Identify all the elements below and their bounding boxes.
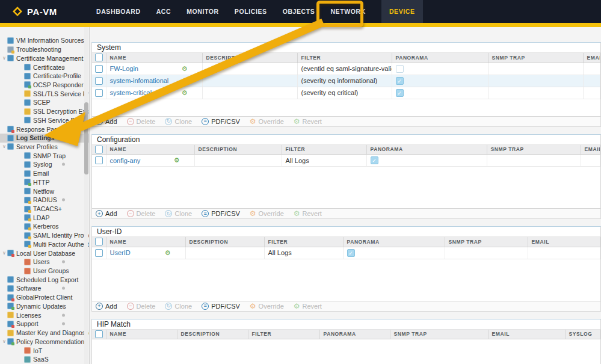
row-checkbox[interactable] (95, 65, 103, 73)
pdf-csv-button[interactable]: ≡PDF/CSV (202, 303, 240, 310)
chevron-down-icon[interactable]: ∨ (1, 55, 7, 61)
sidebar-item-ssl-tls-service-profile[interactable]: SSL/TLS Service Profile (0, 89, 89, 98)
column-header-panorama[interactable]: PANORAMA (343, 237, 445, 247)
tab-objects[interactable]: OBJECTS (283, 0, 315, 23)
column-header-syslog[interactable]: SYSLOG (565, 330, 600, 339)
chevron-down-icon[interactable]: ∨ (1, 250, 7, 256)
add-button[interactable]: +Add (96, 303, 117, 310)
select-all-checkbox[interactable] (95, 146, 103, 153)
row-name-link[interactable]: system-critical (110, 89, 152, 96)
sidebar-scrollbar-thumb[interactable] (84, 102, 88, 174)
sidebar-item-saml-identity-provider[interactable]: SAML Identity Provider (0, 231, 89, 240)
tab-device[interactable]: DEVICE (381, 0, 423, 23)
delete-button[interactable]: −Delete (127, 303, 156, 310)
panorama-checkbox-checked[interactable]: ✓ (347, 249, 355, 257)
column-header-panorama[interactable]: PANORAMA (366, 145, 487, 155)
select-all-checkbox[interactable] (95, 238, 103, 245)
pdf-csv-button[interactable]: ≡PDF/CSV (202, 118, 240, 125)
column-header-email[interactable]: EMAIL (581, 145, 600, 155)
column-header-filter[interactable]: FILTER (282, 145, 366, 155)
clone-button[interactable]: ↻Clone (165, 303, 192, 310)
sidebar-item-ocsp-responder[interactable]: OCSP Responder (0, 81, 89, 90)
sidebar-item-server-profiles[interactable]: ∨Server Profiles (0, 143, 89, 152)
column-header-email[interactable]: EMAIL (488, 330, 565, 339)
panorama-checkbox-unchecked[interactable] (396, 65, 404, 73)
sidebar-item-dynamic-updates[interactable]: Dynamic Updates (0, 302, 89, 311)
delete-button[interactable]: −Delete (127, 210, 156, 217)
override-button[interactable]: ⚙Override (250, 118, 284, 125)
tab-network[interactable]: NETWORK (330, 0, 365, 23)
sidebar-item-user-groups[interactable]: User Groups (0, 267, 89, 276)
row-checkbox[interactable] (95, 249, 103, 257)
sidebar-item-tacacs[interactable]: TACACS+ (0, 205, 89, 214)
sidebar-item-kerberos[interactable]: Kerberos (0, 222, 89, 231)
sidebar-item-ldap[interactable]: LDAP (0, 213, 89, 222)
sidebar-item-iot[interactable]: IoT (0, 346, 89, 355)
sidebar-item-certificate-management[interactable]: ∨Certificate Management (0, 54, 89, 63)
row-checkbox[interactable] (95, 77, 103, 85)
sidebar-item-saas[interactable]: SaaS (0, 355, 89, 364)
tab-acc[interactable]: ACC (156, 0, 171, 23)
column-header-description[interactable]: DESCRIPTION (185, 237, 264, 247)
column-header-snmp-trap[interactable]: SNMP TRAP (488, 53, 583, 63)
sidebar-item-netflow[interactable]: Netflow (0, 187, 89, 196)
row-name-link[interactable]: UserID (110, 249, 131, 256)
sidebar-item-policy-recommendation[interactable]: ∨Policy Recommendation (0, 337, 89, 346)
row-checkbox[interactable] (95, 156, 103, 164)
sidebar-item-software[interactable]: Software (0, 284, 89, 293)
column-header-name[interactable]: NAME (106, 330, 177, 339)
sidebar-item-radius[interactable]: RADIUS (0, 196, 89, 205)
sidebar-item-scep[interactable]: SCEP (0, 98, 89, 107)
select-all-checkbox[interactable] (95, 54, 103, 61)
revert-button[interactable]: ⚙Revert (294, 118, 322, 125)
sidebar-item-certificates[interactable]: Certificates (0, 63, 89, 72)
chevron-down-icon[interactable]: ∨ (1, 144, 7, 149)
column-header-email[interactable]: EMAIL (528, 237, 600, 247)
column-header-panorama[interactable]: PANORAMA (319, 330, 390, 339)
sidebar-item-master-key-and-diagnostics[interactable]: Master Key and Diagnostics (0, 329, 89, 338)
row-name-link[interactable]: system-infomational (110, 77, 169, 84)
override-button[interactable]: ⚙Override (250, 303, 284, 310)
sidebar-item-certificate-profile[interactable]: Certificate Profile (0, 72, 89, 81)
column-header-description[interactable]: DESCRIPTION (177, 330, 248, 339)
column-header-name[interactable]: NAME (106, 53, 202, 63)
sidebar-item-syslog[interactable]: Syslog (0, 160, 89, 169)
clone-button[interactable]: ↻Clone (165, 210, 192, 217)
sidebar-item-response-pages[interactable]: Response Pages (0, 125, 89, 134)
row-name-link[interactable]: FW-Login (110, 65, 138, 72)
sidebar-item-ssh-service-profile[interactable]: SSH Service Profile (0, 116, 89, 125)
add-button[interactable]: +Add (96, 118, 117, 125)
column-header-description[interactable]: DESCRIPTION (194, 145, 282, 155)
override-button[interactable]: ⚙Override (250, 210, 284, 217)
tab-dashboard[interactable]: DASHBOARD (96, 0, 141, 23)
clone-button[interactable]: ↻Clone (165, 118, 192, 125)
column-header-email[interactable]: EMAIL (583, 53, 600, 63)
panorama-checkbox-checked[interactable]: ✓ (396, 89, 404, 97)
column-header-snmp-trap[interactable]: SNMP TRAP (445, 237, 528, 247)
panorama-checkbox-checked[interactable]: ✓ (371, 156, 378, 164)
chevron-down-icon[interactable]: ∨ (1, 339, 7, 344)
column-header-name[interactable]: NAME (106, 145, 194, 155)
sidebar-item-local-user-database[interactable]: ∨Local User Database (0, 248, 89, 258)
sidebar-item-users[interactable]: Users (0, 258, 89, 267)
sidebar-item-vm-information-sources[interactable]: VM Information Sources (0, 36, 89, 45)
column-header-filter[interactable]: FILTER (264, 237, 343, 247)
column-header-filter[interactable]: FILTER (297, 53, 392, 63)
column-header-snmp-trap[interactable]: SNMP TRAP (390, 330, 488, 339)
sidebar-item-log-settings[interactable]: Log Settings (0, 134, 89, 143)
sidebar-item-ssl-decryption-exclusion[interactable]: SSL Decryption Exclusion (0, 107, 89, 116)
column-header-snmp-trap[interactable]: SNMP TRAP (487, 145, 581, 155)
panorama-checkbox-checked[interactable]: ✓ (396, 77, 404, 85)
sidebar-item-multi-factor-authentication[interactable]: Multi Factor Authentication (0, 240, 89, 249)
tab-policies[interactable]: POLICIES (235, 0, 267, 23)
sidebar-item-licenses[interactable]: Licenses (0, 310, 89, 319)
sidebar-item-snmp-trap[interactable]: SNMP Trap (0, 151, 89, 160)
revert-button[interactable]: ⚙Revert (294, 210, 322, 217)
sidebar-item-support[interactable]: Support (0, 319, 89, 329)
sidebar-item-globalprotect-client[interactable]: GlobalProtect Client (0, 293, 89, 302)
add-button[interactable]: +Add (96, 210, 117, 217)
revert-button[interactable]: ⚙Revert (294, 303, 322, 310)
tab-monitor[interactable]: MONITOR (186, 0, 219, 23)
sidebar-item-email[interactable]: Email (0, 169, 89, 178)
column-header-filter[interactable]: FILTER (248, 330, 319, 339)
